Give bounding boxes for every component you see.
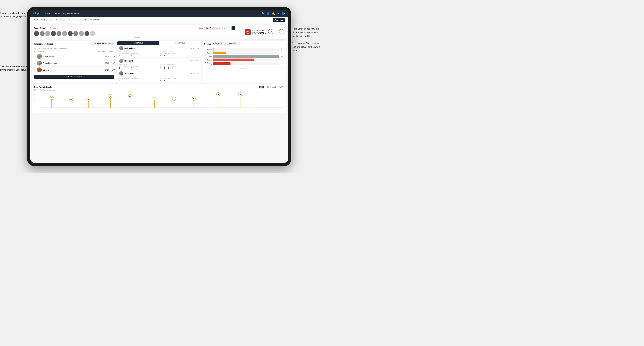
- drill-select[interactable]: PUTT Must Make Putting ...: [93, 42, 114, 45]
- most-active-tab[interactable]: Most Active: [118, 41, 159, 45]
- most-active-panel: Most Active Least Active Blair McHarg 26…: [118, 41, 201, 83]
- streak-3x-2: 3x: [238, 92, 242, 108]
- nav-link-performance[interactable]: My Performance: [63, 12, 79, 15]
- putt-filter[interactable]: PUTT: [278, 86, 284, 88]
- lb-avg-3: 103: [112, 69, 114, 71]
- scoring-filters: Scoring Par 3, 4 & 5s All Players: [204, 42, 284, 45]
- subnav: PGAT Players PGA Hcaps 1-5 Team Clippd T…: [30, 17, 288, 23]
- streak-4x-1: 4x: [152, 97, 156, 108]
- lb-avatar-3: 3: [37, 67, 42, 72]
- streaks-panel: Best Round Streaks OTT APP ARG PUTT Off …: [32, 84, 286, 113]
- practice-leaderboard-panel: Practice Leaderboards PUTT Must Make Put…: [32, 41, 116, 83]
- show-select[interactable]: Last 3 months: [204, 26, 222, 30]
- streak-6x-1: 6x: [69, 98, 73, 108]
- team-player-count: | 14 Players: [46, 27, 56, 29]
- view-full-leaderboard-button[interactable]: View Full Leaderboard: [34, 75, 114, 79]
- subnav-team-clippd[interactable]: Team Clippd: [68, 18, 79, 21]
- nav-link-teams[interactable]: Teams: [54, 12, 60, 15]
- scoring-header: Scoring Par 3, 4 & 5s All Players: [202, 41, 286, 47]
- subnav-hcaps[interactable]: Hcaps 1-5: [56, 19, 65, 21]
- active-player-3: Josh Coles 26 Aug 2023 Total Rounds Tour…: [118, 70, 201, 83]
- arg-filter[interactable]: ARG: [271, 86, 277, 88]
- scoring-bar-chart: Eagles 3 Birdies 96: [202, 47, 286, 71]
- avatar-11: [90, 31, 95, 36]
- shot-circle-left: 16: [268, 29, 273, 34]
- shot-connector: [274, 32, 278, 32]
- par-filter-select[interactable]: Par 3, 4 & 5s: [212, 42, 226, 45]
- streak-7x-1: 7x: [50, 96, 54, 108]
- shot-card: 198 SQ Shot Dist: 16 yds Start Lie: Roug…: [243, 25, 286, 39]
- player-filter-select[interactable]: All Players: [227, 42, 240, 45]
- bar-dbogeys: D. Bogeys + 131: [204, 62, 284, 65]
- active-tabs: Most Active Least Active: [118, 41, 201, 45]
- player-avatar-rees: [119, 59, 123, 63]
- avatar-5: [56, 31, 62, 36]
- subnav-pgat[interactable]: PGAT Players: [33, 19, 45, 21]
- shot-number: 198: [246, 30, 250, 33]
- player-date-rees: 02 Sep 2023: [190, 60, 199, 62]
- lb-name-1: Richard Butler: [43, 55, 104, 57]
- streak-4x-2: 4x: [172, 97, 176, 108]
- leaderboard-row-2: 2 2 Edward Crossman 18/20 107: [32, 60, 116, 66]
- nav-link-home[interactable]: Home: [44, 12, 50, 15]
- active-player-2: Rees Britt 02 Sep 2023 Total Rounds Tour…: [118, 58, 201, 70]
- avatar-9: [79, 31, 84, 36]
- nav-links: Home Teams My Performance: [44, 12, 262, 15]
- profile-icon[interactable]: 👤▾: [281, 12, 286, 15]
- shot-circle-right: 0: [279, 29, 284, 34]
- player-date-blair: 26 Aug 2023: [190, 47, 199, 49]
- avatar-4: [51, 31, 56, 36]
- player-avatar-josh: [119, 71, 123, 75]
- streak-5x-2: 5x: [128, 94, 132, 108]
- streaks-filters: OTT APP ARG PUTT: [259, 86, 284, 88]
- streaks-header: Best Round Streaks OTT APP ARG PUTT: [34, 86, 284, 88]
- bar-pars: Pars 499: [204, 55, 284, 58]
- bell-icon[interactable]: 🔔: [272, 12, 275, 15]
- avatar-7: [68, 31, 72, 36]
- subnav-all-players[interactable]: All Players: [90, 19, 99, 21]
- leaderboard-row-1: 1 🥇 Richard Butler 19/20 110: [32, 53, 116, 60]
- avatar-2: [40, 31, 44, 36]
- avatar-1: [34, 31, 39, 36]
- search-icon[interactable]: 🔍: [262, 12, 264, 15]
- player-name-rees: Rees Britt: [124, 60, 189, 62]
- settings-icon[interactable]: ⚙: [277, 12, 279, 15]
- app-filter[interactable]: APP: [265, 86, 270, 88]
- players-label: Players: [34, 36, 240, 38]
- leaderboard-subtitle: PUTT Must Make Putting (3-6 ft), Last 3 …: [32, 47, 116, 50]
- bar-birdies: Birdies 96: [204, 51, 284, 54]
- least-active-tab[interactable]: Least Active: [159, 41, 201, 45]
- streaks-subtitle: Off The Tee, Fairway Accuracy: [34, 89, 284, 91]
- grid-view-icon[interactable]: ⊞: [222, 26, 226, 30]
- main-content: Team Clippd | 14 Players ✏ Show: Last 3 …: [30, 23, 288, 163]
- player-avatar-blair: [119, 46, 123, 50]
- ott-filter[interactable]: OTT: [259, 86, 264, 88]
- avatar-8: [73, 31, 78, 36]
- subnav-tour[interactable]: Tour: [82, 19, 86, 21]
- navbar: clippd Home Teams My Performance 🔍 👤 🔔 ⚙…: [30, 10, 288, 17]
- avatar-3: [45, 31, 50, 36]
- lb-score-3: 17/20: [105, 69, 109, 71]
- player-date-josh: 26 Aug 2023: [190, 72, 199, 74]
- rank-badge-1: 🥇: [40, 57, 42, 59]
- three-col-panels: Practice Leaderboards PUTT Must Make Put…: [32, 41, 286, 83]
- grid-view-icon2[interactable]: ⋮⋮: [227, 26, 231, 30]
- nav-logo: clippd: [33, 12, 40, 15]
- player-name-josh: Josh Coles: [124, 72, 189, 74]
- streak-4x-3: 4x: [192, 97, 196, 108]
- show-label: Show:: [198, 27, 203, 29]
- y-axis: 8 4 0: [34, 94, 35, 106]
- add-team-button[interactable]: Add Team: [273, 18, 286, 22]
- subnav-pga[interactable]: PGA: [49, 19, 53, 21]
- avatar-6: [62, 31, 67, 36]
- streak-points-container: 7x 6x 6x: [40, 92, 284, 112]
- rank-badge-3: 3: [40, 71, 42, 72]
- streaks-title: Best Round Streaks: [34, 86, 52, 88]
- edit-icon[interactable]: ✏: [57, 27, 58, 29]
- person-icon[interactable]: 👤: [267, 12, 270, 15]
- scoring-title: Scoring: [204, 43, 211, 45]
- bar-bogeys: Bogeys 311: [204, 58, 284, 61]
- shot-circles: 16 yds 0 yds: [268, 29, 284, 35]
- sort-icon[interactable]: ↕: [236, 26, 240, 30]
- list-view-icon[interactable]: ☰: [232, 26, 235, 30]
